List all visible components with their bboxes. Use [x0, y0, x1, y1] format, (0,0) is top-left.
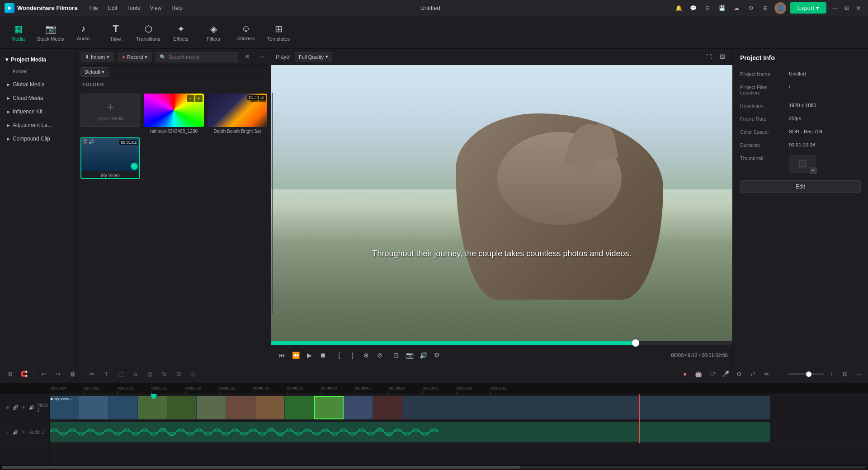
lock-video-icon[interactable]: 🔊 — [28, 404, 35, 411]
default-filter-select[interactable]: Default ▾ — [80, 67, 108, 77]
crop-button[interactable]: ⬚ — [115, 368, 127, 380]
user-avatar[interactable]: 👤 — [774, 2, 786, 14]
tool-titles[interactable]: T Titles — [99, 18, 132, 47]
scrollbar-thumb[interactable] — [2, 466, 520, 469]
text-button[interactable]: T — [100, 368, 112, 380]
thumb-info-icon[interactable]: ⋯ — [187, 95, 194, 102]
maximize-button[interactable]: ⧉ — [842, 3, 852, 13]
extend-button[interactable]: ⇔ — [760, 368, 772, 380]
sidebar-influence-kit[interactable]: ▸ Influence Kit . — [2, 105, 75, 118]
split-button[interactable]: ⊘ — [373, 349, 386, 362]
preview-scrubber[interactable] — [632, 339, 639, 347]
zoom-slider[interactable] — [788, 373, 824, 375]
delete-button[interactable]: 🗑 — [66, 368, 78, 380]
edit-button[interactable]: Edit — [740, 180, 861, 193]
sidebar-compound-clip[interactable]: ▸ Compound Clip — [2, 132, 75, 145]
snapshot-icon[interactable]: 🖼 — [717, 52, 728, 62]
menu-tools[interactable]: Tools — [123, 3, 144, 13]
chat-icon[interactable]: 💬 — [688, 3, 698, 14]
menu-edit[interactable]: Edit — [104, 3, 122, 13]
cut-button[interactable]: ✂ — [86, 368, 98, 380]
record-tl-button[interactable]: ● — [679, 368, 691, 380]
export-button[interactable]: Export ▾ — [790, 2, 826, 14]
save-icon[interactable]: 💾 — [717, 3, 727, 14]
add-audio-icon[interactable]: ♪ — [4, 429, 11, 436]
magnetic-button[interactable]: 🧲 — [18, 368, 30, 380]
scrollbar-track[interactable] — [2, 466, 866, 469]
sidebar-adjustment-layer[interactable]: ▸ Adjustment La... — [2, 119, 75, 132]
import-button[interactable]: ⬇ Import ▾ — [80, 52, 114, 62]
record-button[interactable]: ● Record ▾ — [118, 52, 152, 62]
video-clip[interactable]: ▶ My Video... — [50, 396, 770, 419]
add-video-icon[interactable]: ⊞ — [4, 404, 11, 411]
media-item-myvideo[interactable]: 🎬 🔊 00:01:02 ✓ My Video — [80, 137, 140, 179]
thumbnail-edit-button[interactable]: ✏ — [810, 167, 817, 174]
import-media-area[interactable]: + Import Media — [80, 94, 140, 127]
camera-button[interactable]: 📷 — [403, 349, 416, 362]
mic-button[interactable]: 🎤 — [720, 368, 731, 380]
notification-icon[interactable]: 🔔 — [673, 3, 684, 14]
menu-help[interactable]: Help — [167, 3, 187, 13]
step-back-button[interactable]: ⏮ — [276, 349, 288, 362]
mark-out-button[interactable]: } — [346, 349, 359, 362]
tool-templates[interactable]: ⊞ Templates — [262, 18, 295, 47]
sidebar-folder[interactable]: Folder — [0, 66, 76, 77]
mark-in-button[interactable]: { — [333, 349, 345, 362]
mute-audio-icon[interactable]: 🔊 — [12, 429, 19, 436]
zoom-in-button[interactable]: + — [826, 368, 837, 380]
add-marker-button[interactable]: ⊕ — [360, 349, 373, 362]
tool-stock-media[interactable]: 📷 Stock Media — [34, 18, 67, 47]
tl-settings-button[interactable]: ⚙ — [733, 368, 745, 380]
composite-button[interactable]: ⊙ — [173, 368, 184, 380]
filter-icon[interactable]: ⚟ — [242, 52, 253, 62]
fullscreen-icon[interactable]: ⛶ — [703, 52, 714, 62]
media-item-rainbow[interactable]: ⋯ + rainbow-8343468_1280 — [144, 94, 203, 134]
tool-media[interactable]: ▦ Media — [2, 18, 34, 47]
audio-waveform-clip[interactable] — [50, 422, 770, 442]
cloud-icon[interactable]: ☁ — [731, 3, 742, 14]
tool-effects[interactable]: ✦ Effects — [165, 18, 197, 47]
tool-audio[interactable]: ♪ Audio — [67, 18, 99, 47]
bokeh-info-icon[interactable]: ⋯ — [250, 95, 258, 102]
magnet-video-icon[interactable]: 🔗 — [12, 404, 19, 411]
color-button[interactable]: ◎ — [144, 368, 156, 380]
preview-timeline-bar[interactable] — [271, 341, 732, 345]
zoom-out-button[interactable]: − — [774, 368, 786, 380]
tool-transitions[interactable]: ⬡ Transitions — [132, 18, 165, 47]
more-tl-button[interactable]: ⋯ — [853, 368, 864, 380]
close-button[interactable]: ✕ — [854, 3, 863, 13]
shield-button[interactable]: 🛡 — [706, 368, 718, 380]
eye-video-icon[interactable]: 👁 — [20, 404, 27, 411]
thumb-add-icon[interactable]: + — [195, 95, 203, 102]
sidebar-global-media[interactable]: ▸ Global Media — [2, 78, 75, 91]
minimize-button[interactable]: — — [830, 3, 840, 13]
ripple-button[interactable]: ⇄ — [747, 368, 759, 380]
solo-audio-icon[interactable]: 👁 — [20, 429, 27, 436]
tool-stickers[interactable]: ☺ Stickers — [230, 18, 262, 47]
bokeh-add-icon[interactable]: + — [259, 95, 266, 102]
mask-button[interactable]: ◇ — [187, 368, 199, 380]
audio-button[interactable]: 🔊 — [417, 349, 429, 362]
ai-button[interactable]: 🤖 — [693, 368, 704, 380]
settings-ctrl-button[interactable]: ⚙ — [430, 349, 443, 362]
more-options-icon[interactable]: ⋯ — [256, 52, 267, 62]
menu-file[interactable]: File — [85, 3, 102, 13]
grid-view-button[interactable]: ⊞ — [839, 368, 851, 380]
add-track-button[interactable]: ⊞ — [4, 368, 15, 380]
timeline-ruler[interactable]: 00:00:00 00:00:05 00:00:10 00:00:15 00:0… — [50, 383, 868, 394]
settings-icon[interactable]: ⚙ — [745, 3, 756, 14]
play-button[interactable]: ▶ — [303, 349, 316, 362]
undo-button[interactable]: ↩ — [38, 368, 49, 380]
import-media-thumb[interactable]: + Import Media — [80, 94, 140, 134]
frame-back-button[interactable]: ⏪ — [289, 349, 302, 362]
rotate-button[interactable]: ↻ — [158, 368, 170, 380]
menu-view[interactable]: View — [145, 3, 166, 13]
redo-button[interactable]: ↪ — [52, 368, 64, 380]
stop-button[interactable]: ⏹ — [316, 349, 329, 362]
fit-button[interactable]: ⊡ — [390, 349, 402, 362]
apps-icon[interactable]: ⊞ — [760, 3, 771, 14]
search-input[interactable] — [169, 54, 234, 60]
sidebar-cloud-media[interactable]: ▸ Cloud Media — [2, 92, 75, 104]
sidebar-project-media[interactable]: ▾ Project Media — [0, 53, 76, 66]
media-item-bokeh[interactable]: 00:00:15 ⋯ + Depth Bokeh Bright Sat — [208, 94, 267, 134]
